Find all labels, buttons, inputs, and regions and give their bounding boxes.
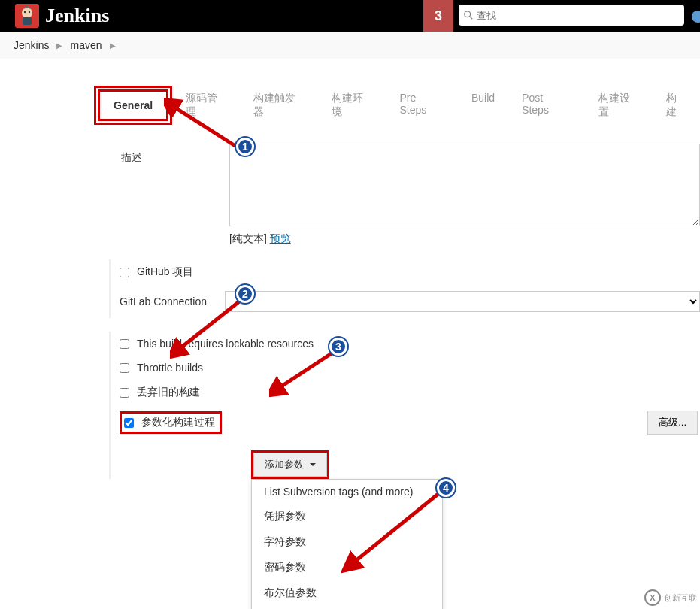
gitlab-row: GitLab Connection [120,285,700,318]
watermark-icon: X [644,589,661,606]
svg-line-6 [470,17,473,20]
options-block-1: GitHub 项目 GitLab Connection [109,259,700,318]
description-textarea[interactable] [229,144,700,226]
tab-build-more[interactable]: 构建 [653,82,700,129]
plain-text-label: [纯文本] [229,232,267,244]
notification-badge[interactable]: 3 [423,0,453,32]
notification-count: 3 [435,8,442,24]
dropdown-item-svn[interactable]: List Subversion tags (and more) [252,480,442,504]
search-input[interactable] [477,10,680,21]
param-type-dropdown: List Subversion tags (and more) 凭据参数 字符参… [251,479,443,609]
tab-build-settings[interactable]: 构建设置 [585,82,653,129]
parameterized-highlight: 参数化构建过程 [120,411,222,434]
svg-point-1 [22,8,32,18]
tab-triggers[interactable]: 构建触发器 [240,82,318,129]
top-header: Jenkins 3 [0,0,700,32]
search-icon [463,10,474,20]
logo-area[interactable]: Jenkins [0,4,109,28]
add-param-label: 添加参数 [265,458,304,471]
form-area: 描述 [纯文本] 预览 GitHub 项目 GitLab Connection … [94,144,700,609]
chevron-right-icon: ▶ [110,41,116,50]
annotation-2: 2 [236,285,254,303]
add-param-button[interactable]: 添加参数 [253,453,327,477]
logo-text: Jenkins [45,5,109,27]
parameterized-checkbox[interactable] [124,418,134,428]
parameterized-row: 参数化构建过程 [120,405,700,440]
watermark-text: 创新互联 [664,592,697,604]
description-row: 描述 [94,144,700,226]
add-param-highlight: 添加参数 [251,450,329,479]
chevron-right-icon: ▶ [56,41,62,50]
dropdown-item-password[interactable]: 密码参数 [252,555,442,580]
advanced-button[interactable]: 高级... [647,411,698,435]
throttle-row: Throttle builds [120,356,700,380]
github-project-checkbox[interactable] [120,268,129,277]
tab-pre-steps[interactable]: Pre Steps [386,82,458,129]
search-box[interactable] [459,5,684,26]
description-label: 描述 [94,144,229,226]
header-right-icon[interactable] [692,11,700,23]
description-subtext: [纯文本] 预览 [229,232,700,246]
discard-checkbox[interactable] [120,388,129,398]
tab-general[interactable]: General [98,89,168,121]
svg-point-4 [29,11,30,13]
github-project-label: GitHub 项目 [137,265,193,279]
options-block-2: This build requires lockable resources T… [109,332,700,479]
discard-label: 丢弃旧的构建 [137,386,200,399]
add-param-wrap: 添加参数 List Subversion tags (and more) 凭据参… [251,450,700,479]
breadcrumb-link-maven[interactable]: maven [70,39,102,51]
tab-scm[interactable]: 源码管理 [172,82,240,129]
tabs-row: General 源码管理 构建触发器 构建环境 Pre Steps Build … [94,82,700,129]
watermark: X 创新互联 [644,589,697,606]
lockable-checkbox[interactable] [120,339,129,349]
dropdown-item-file[interactable]: 文件参数 [252,606,442,609]
svg-rect-2 [23,17,32,25]
tab-post-steps[interactable]: Post Steps [508,82,585,129]
gitlab-select[interactable] [225,291,700,312]
svg-point-3 [24,11,26,13]
annotation-3: 3 [329,338,347,356]
lockable-row: This build requires lockable resources [120,332,700,356]
throttle-label: Throttle builds [137,362,203,374]
breadcrumb: Jenkins ▶ maven ▶ [0,32,700,59]
tab-build[interactable]: Build [458,82,508,129]
annotation-1: 1 [236,138,254,156]
discard-old-row: 丢弃旧的构建 [120,380,700,405]
github-project-row: GitHub 项目 [120,259,700,285]
dropdown-item-credential[interactable]: 凭据参数 [252,504,442,529]
dropdown-item-boolean[interactable]: 布尔值参数 [252,580,442,606]
throttle-checkbox[interactable] [120,363,129,373]
tab-env[interactable]: 构建环境 [318,82,386,129]
content-area: General 源码管理 构建触发器 构建环境 Pre Steps Build … [0,82,700,609]
jenkins-logo-icon [15,4,39,28]
gitlab-label: GitLab Connection [120,295,225,308]
annotation-4: 4 [437,479,455,497]
parameterized-label: 参数化构建过程 [141,416,215,429]
svg-point-5 [465,11,471,17]
lockable-label: This build requires lockable resources [137,338,314,350]
preview-link[interactable]: 预览 [270,232,291,244]
breadcrumb-link-jenkins[interactable]: Jenkins [14,39,49,51]
caret-down-icon [310,463,316,466]
tab-general-highlight: General [94,86,172,125]
dropdown-item-string[interactable]: 字符参数 [252,529,442,555]
